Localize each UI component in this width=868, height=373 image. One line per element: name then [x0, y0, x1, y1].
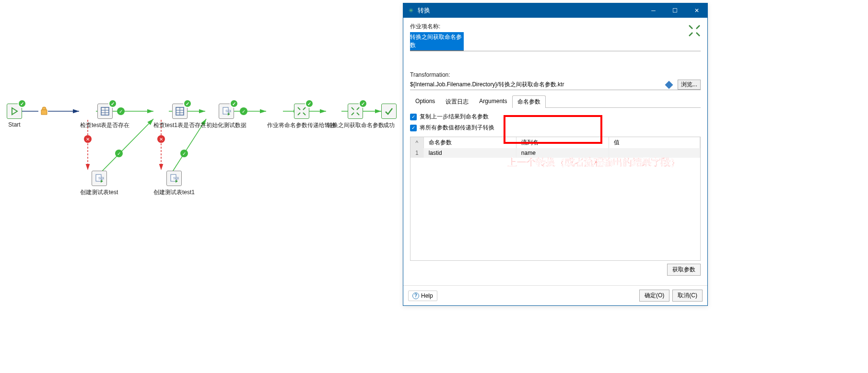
tab-arguments[interactable]: Arguments	[474, 95, 512, 108]
name-label: 作业项名称:	[410, 23, 701, 31]
node-label: 创建测试表test	[80, 188, 118, 197]
col-param-name[interactable]: 命名参数	[423, 137, 516, 148]
svg-text:SQL: SQL	[98, 176, 104, 180]
node-check-test[interactable]: ✓ 检查test表是否存在	[80, 104, 129, 129]
collapse-icon[interactable]	[688, 24, 701, 37]
node-job-params[interactable]: ✓ 作业将命名参数传递给转换	[267, 104, 336, 129]
col-value[interactable]: 值	[609, 137, 700, 148]
help-button[interactable]: ? Help	[408, 291, 437, 301]
svg-text:SQL: SQL	[225, 109, 231, 113]
variable-icon[interactable]	[665, 81, 673, 89]
params-table[interactable]: ^ 命名参数 流列名 值 1 lastid name	[410, 137, 701, 261]
row-number-header: ^	[411, 137, 423, 148]
col-stream-name[interactable]: 流列名	[516, 137, 609, 148]
node-label: 创建测试表test1	[153, 188, 195, 197]
node-label: 初始化测试数据	[206, 121, 246, 129]
svg-text:✓: ✓	[117, 151, 121, 156]
transformation-label: Transformation:	[410, 71, 701, 78]
svg-text:✕: ✕	[86, 137, 90, 142]
node-success[interactable]: 成功	[381, 104, 397, 129]
svg-point-18	[84, 135, 92, 143]
node-init-data[interactable]: SQL ✓ 初始化测试数据	[206, 104, 246, 129]
tab-log[interactable]: 设置日志	[440, 95, 474, 108]
app-icon: ✳	[407, 7, 415, 14]
browse-button[interactable]: 浏览...	[678, 80, 701, 90]
svg-point-24	[115, 150, 123, 157]
node-label: 检查test1表是否存在	[153, 121, 206, 129]
node-label: 成功	[383, 121, 395, 129]
help-icon: ?	[412, 292, 419, 299]
name-input[interactable]: 转换之间获取命名参数	[410, 32, 464, 51]
workflow-canvas[interactable]: ✓ ✓ ✓ ✓ ✓ ✕ ✕ ✓ ✓ ✓ Start	[0, 0, 403, 373]
node-trans-params[interactable]: ✓ 转换之间获取命名参数	[327, 104, 384, 129]
transformation-dialog: ✳ 转换 ─ ☐ ✕ 作业项名称: 转换之间获取命名参数 Transformat…	[403, 3, 708, 306]
annotation-text: 上一个转换（或者流程输出的结果字段）	[507, 156, 680, 169]
svg-text:✓: ✓	[182, 151, 186, 156]
svg-point-21	[157, 135, 165, 143]
node-create-test1[interactable]: SQL 创建测试表test1	[153, 171, 195, 197]
dialog-titlebar[interactable]: ✳ 转换 ─ ☐ ✕	[403, 3, 707, 18]
pass-all-checkbox[interactable]: ✓	[410, 125, 417, 131]
cancel-button[interactable]: 取消(C)	[672, 290, 703, 302]
node-start[interactable]: ✓ Start	[7, 104, 22, 128]
svg-text:SQL: SQL	[173, 176, 179, 180]
tab-options[interactable]: Options	[410, 95, 440, 108]
pass-all-label: 将所有参数值都传递到子转换	[420, 124, 494, 132]
node-label: 转换之间获取命名参数	[327, 121, 384, 129]
maximize-button[interactable]: ☐	[664, 3, 686, 18]
cell-param[interactable]: lastid	[423, 148, 516, 158]
close-button[interactable]: ✕	[686, 3, 707, 18]
tab-bar: Options 设置日志 Arguments 命名参数	[410, 95, 701, 108]
transformation-path-input[interactable]	[410, 81, 662, 89]
node-label: 作业将命名参数传递给转换	[267, 121, 336, 129]
node-create-test[interactable]: SQL 创建测试表test	[80, 171, 118, 197]
svg-text:✕: ✕	[159, 137, 163, 142]
copy-previous-checkbox[interactable]: ✓	[410, 114, 417, 120]
get-params-button[interactable]: 获取参数	[667, 264, 701, 276]
node-label: Start	[8, 121, 20, 128]
copy-previous-label: 复制上一步结果到命名参数	[420, 113, 489, 121]
node-label: 检查test表是否存在	[80, 121, 129, 129]
minimize-button[interactable]: ─	[643, 3, 664, 18]
ok-button[interactable]: 确定(O)	[639, 290, 669, 302]
node-check-test1[interactable]: ✓ 检查test1表是否存在	[153, 104, 206, 129]
dialog-title: 转换	[418, 6, 643, 15]
svg-point-27	[180, 150, 188, 157]
row-number: 1	[411, 148, 423, 158]
lock-icon	[40, 106, 48, 117]
tab-named-params[interactable]: 命名参数	[512, 95, 546, 108]
